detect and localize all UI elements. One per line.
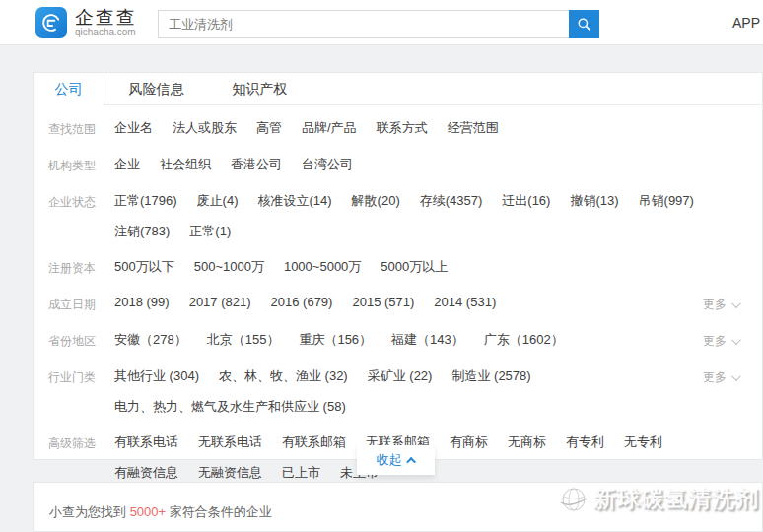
filter-row-label: 省份地区	[48, 331, 114, 350]
search-button[interactable]	[569, 10, 599, 38]
more-label: 更多	[703, 369, 727, 386]
filter-option[interactable]: 撤销(13)	[570, 192, 618, 210]
chevron-up-icon	[406, 456, 416, 466]
tabs: 公司风险信息知识产权	[34, 73, 762, 105]
filter-option[interactable]: 法人或股东	[173, 119, 237, 137]
filter-option[interactable]: 香港公司	[231, 156, 282, 173]
filter-panel: 公司风险信息知识产权 查找范围企业名法人或股东高管品牌/产品联系方式经营范围机构…	[33, 72, 763, 460]
search-icon	[577, 17, 591, 32]
filter-option[interactable]: 品牌/产品	[302, 119, 357, 137]
filter-option[interactable]: 农、林、牧、渔业 (32)	[219, 367, 348, 385]
filter-option[interactable]: 核准设立(14)	[257, 192, 331, 210]
filter-row-label: 注册资本	[48, 258, 114, 277]
filter-option[interactable]: 迁出(16)	[502, 192, 550, 210]
more-link[interactable]: 更多	[703, 297, 738, 313]
filter-row: 省份地区安徽（278）北京（155）重庆（156）福建（143）广东（1602）…	[34, 322, 762, 359]
filter-option[interactable]: 有联系邮箱	[282, 433, 346, 451]
more-link[interactable]: 更多	[703, 369, 738, 386]
qichacha-logo[interactable]: 企查查 qichacha.com	[35, 7, 137, 38]
filter-row-label: 成立日期	[48, 295, 114, 313]
filter-option[interactable]: 有融资信息	[114, 464, 178, 482]
filter-option[interactable]: 企业	[114, 156, 140, 173]
more-label: 更多	[703, 333, 727, 350]
filter-option[interactable]: 500~1000万	[194, 258, 264, 276]
top-header: 企查查 qichacha.com APP	[0, 0, 763, 45]
filter-options: 企业名法人或股东高管品牌/产品联系方式经营范围	[114, 119, 735, 137]
results-prefix: 小查为您找到	[49, 504, 130, 519]
filter-row: 机构类型企业社会组织香港公司台湾公司	[34, 147, 762, 183]
chevron-down-icon	[731, 335, 741, 345]
filter-option[interactable]: 有商标	[450, 433, 488, 451]
filter-option[interactable]: 台湾公司	[302, 156, 353, 173]
filter-row-label: 企业状态	[48, 192, 114, 211]
filter-option[interactable]: 无联系电话	[198, 433, 262, 451]
filter-option[interactable]: 2014 (531)	[434, 295, 496, 309]
filter-option[interactable]: 企业名	[114, 119, 153, 137]
filter-option[interactable]: 无专利	[624, 433, 662, 451]
filter-option[interactable]: 无融资信息	[198, 464, 262, 482]
filter-option[interactable]: 注销(783)	[114, 223, 170, 240]
results-count: 5000+	[130, 504, 167, 519]
filter-options: 正常(1796)废止(4)核准设立(14)解散(20)存续(4357)迁出(16…	[114, 192, 735, 240]
logo-text-block: 企查查 qichacha.com	[75, 8, 137, 37]
filter-option[interactable]: 正常(1796)	[114, 192, 177, 210]
filter-option[interactable]: 制造业 (2578)	[451, 367, 530, 385]
filter-option[interactable]: 吊销(997)	[639, 192, 694, 210]
filter-option[interactable]: 已上市	[282, 464, 320, 482]
filter-option[interactable]: 电力、热力、燃气及水生产和供应业 (58)	[114, 398, 346, 416]
filter-row: 查找范围企业名法人或股东高管品牌/产品联系方式经营范围	[34, 110, 762, 147]
filter-row: 行业门类其他行业 (304)农、林、牧、渔业 (32)采矿业 (22)制造业 (…	[34, 359, 762, 425]
filter-option[interactable]: 北京（155）	[207, 331, 280, 349]
filter-option[interactable]: 经营范围	[448, 119, 499, 137]
filter-option[interactable]: 2018 (99)	[114, 295, 170, 309]
tab-item[interactable]: 知识产权	[208, 73, 312, 104]
filter-option[interactable]: 无商标	[508, 433, 546, 451]
filter-option[interactable]: 福建（143）	[391, 331, 464, 349]
filter-option[interactable]: 2017 (821)	[189, 295, 251, 309]
logo-title: 企查查	[75, 8, 137, 28]
app-link[interactable]: APP	[732, 15, 760, 31]
results-panel: 小查为您找到 5000+ 家符合条件的企业	[33, 482, 763, 532]
filter-option[interactable]: 5000万以上	[381, 258, 448, 276]
search-input[interactable]	[158, 10, 569, 38]
more-label: 更多	[703, 297, 727, 313]
filter-row-label: 机构类型	[48, 156, 114, 174]
filter-option[interactable]: 500万以下	[114, 258, 174, 276]
collapse-button[interactable]: 收起	[357, 445, 435, 475]
filter-option[interactable]: 高管	[256, 119, 282, 137]
filter-option[interactable]: 1000~5000万	[284, 258, 361, 276]
filter-option[interactable]: 重庆（156）	[299, 331, 372, 349]
filter-row: 注册资本500万以下500~1000万1000~5000万5000万以上	[34, 249, 762, 286]
filter-row-label: 查找范围	[48, 119, 114, 138]
filter-option[interactable]: 废止(4)	[197, 192, 239, 210]
filter-options: 2018 (99)2017 (821)2016 (679)2015 (571)2…	[114, 295, 735, 309]
filter-rows: 查找范围企业名法人或股东高管品牌/产品联系方式经营范围机构类型企业社会组织香港公…	[34, 105, 762, 491]
filter-option[interactable]: 广东（1602）	[484, 331, 564, 349]
filter-option[interactable]: 采矿业 (22)	[368, 367, 433, 385]
chevron-down-icon	[731, 371, 741, 381]
tab-item[interactable]: 风险信息	[104, 73, 208, 104]
filter-option[interactable]: 2015 (571)	[352, 295, 414, 309]
filter-option[interactable]: 2016 (679)	[271, 295, 333, 309]
filter-options: 安徽（278）北京（155）重庆（156）福建（143）广东（1602）	[114, 331, 735, 349]
collapse-label: 收起	[377, 451, 402, 469]
filter-option[interactable]: 解散(20)	[352, 192, 400, 210]
filter-option[interactable]: 有专利	[566, 433, 604, 451]
logo-swirl-icon	[39, 11, 63, 34]
more-link[interactable]: 更多	[703, 333, 738, 350]
logo-subtitle: qichacha.com	[75, 28, 137, 38]
filter-option[interactable]: 社会组织	[160, 156, 211, 173]
filter-options: 企业社会组织香港公司台湾公司	[114, 156, 735, 173]
tab-active[interactable]: 公司	[34, 73, 104, 105]
filter-options: 其他行业 (304)农、林、牧、渔业 (32)采矿业 (22)制造业 (2578…	[114, 367, 735, 416]
filter-option[interactable]: 安徽（278）	[114, 331, 187, 349]
filter-option[interactable]: 其他行业 (304)	[114, 367, 199, 385]
filter-option[interactable]: 有联系电话	[114, 433, 178, 451]
filter-option[interactable]: 正常(1)	[189, 223, 231, 240]
filter-options: 500万以下500~1000万1000~5000万5000万以上	[114, 258, 735, 276]
filter-row-label: 高级筛选	[48, 433, 114, 452]
filter-row: 企业状态正常(1796)废止(4)核准设立(14)解散(20)存续(4357)迁…	[34, 183, 762, 249]
filter-option[interactable]: 存续(4357)	[420, 192, 483, 210]
filter-option[interactable]: 联系方式	[377, 119, 428, 137]
filter-row: 成立日期2018 (99)2017 (821)2016 (679)2015 (5…	[34, 286, 762, 322]
